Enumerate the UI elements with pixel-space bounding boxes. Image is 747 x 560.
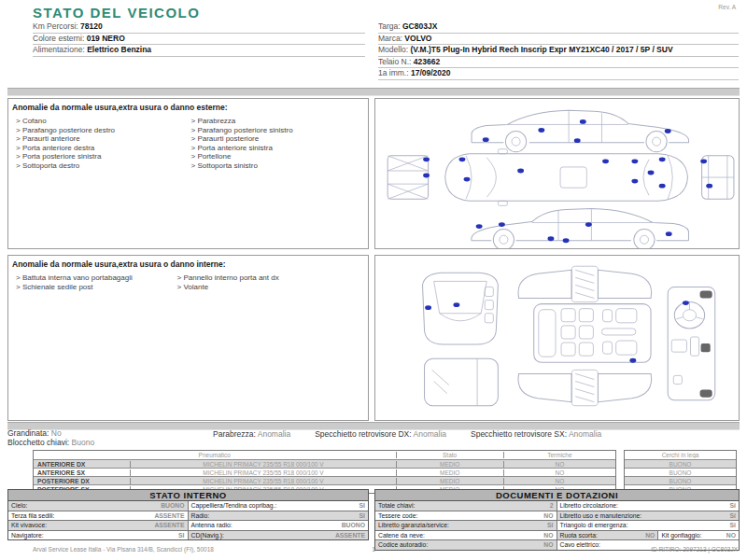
field-targa: Targa: GC803JX xyxy=(378,21,739,34)
anomaly-item: > Porta anteriore sinistra xyxy=(190,144,365,153)
anomaly-item: > Parafango posteriore destro xyxy=(14,126,190,135)
internal-anomalies-box: Anomalie da normale usura,extra usura o … xyxy=(7,255,369,421)
exterior-damage-diagram xyxy=(375,99,739,248)
exterior-damage-dots xyxy=(423,119,712,243)
damage-dot xyxy=(659,157,666,161)
col-termiche: Termiche xyxy=(504,452,615,458)
cerchi-row: BUONO xyxy=(625,468,736,476)
anomaly-item: > Volante xyxy=(176,283,365,292)
damage-dot xyxy=(563,238,570,243)
revision-label: Rev. A xyxy=(718,4,736,10)
internal-anomalies-title: Anomalie da normale usura,extra usura o … xyxy=(8,256,368,272)
damage-dot xyxy=(483,137,489,142)
summary-left: Grandinata: No Blocchetto chiavi: Buono xyxy=(7,429,94,447)
car-top-view xyxy=(445,149,688,206)
dashboard-view xyxy=(668,287,715,399)
table-row: Tessere code:NO Libretto uso e manutenzi… xyxy=(375,511,739,522)
cerchi-row: BUONO xyxy=(625,476,736,484)
field-telaio: Telaio N.: 423662 xyxy=(378,57,739,69)
tyre-row: POSTERIORE DX MICHELIN PRIMACY 235/55 R1… xyxy=(34,476,615,484)
anomaly-item: > Porta posteriore sinistra xyxy=(14,152,190,161)
tyre-table-header: Pneumatico Stato Termiche xyxy=(34,451,615,459)
external-anomalies-box: Anomalie da normale usura,extra usura o … xyxy=(7,98,369,249)
field-km: Km Percorsi: 78120 xyxy=(33,21,365,34)
interior-damage-dots xyxy=(425,301,689,362)
tyre-table: Pneumatico Stato Termiche ANTERIORE DX M… xyxy=(33,450,616,494)
interior-damage-diagram xyxy=(375,256,739,420)
external-anomalies-list: > Cofano> Parafango posteriore destro> P… xyxy=(8,115,368,170)
header-info-left: Km Percorsi: 78120 Colore esterni: 019 N… xyxy=(33,21,365,57)
damage-dot xyxy=(666,231,672,236)
damage-dot xyxy=(423,174,430,178)
tyre-row: ANTERIORE DX MICHELIN PRIMACY 235/55 R18… xyxy=(34,459,615,468)
damage-dot xyxy=(574,138,581,143)
car-side-view-bottom xyxy=(472,208,689,248)
anomaly-item: > Portellone xyxy=(190,152,365,161)
anomaly-item: > Paraurti anteriore xyxy=(14,134,190,144)
field-marca: Marca: VOLVO xyxy=(378,34,739,46)
table-row: Catene da neve:NO Ruota scorta:NO Kit go… xyxy=(375,531,739,541)
damage-dot xyxy=(629,358,636,363)
damage-dot xyxy=(453,302,459,307)
cabin-view xyxy=(518,266,652,406)
trunk-view xyxy=(423,273,499,344)
footer-company: Arval Service Lease Italia - Via Pisana … xyxy=(33,546,214,553)
field-specchietto-dx: Specchietto retrovisore DX: Anomalia xyxy=(315,429,446,439)
anomaly-column-left: > Battuta interna vano portabagagli> Sch… xyxy=(14,273,176,291)
footer-id-ritiro: ID RITIRO: 2097213 | GC803JX xyxy=(651,546,738,553)
col-pneumatico: Pneumatico xyxy=(34,452,397,458)
damage-dot xyxy=(631,179,638,184)
summary-right: Parabrezza: Anomalia Specchietto retrovi… xyxy=(213,429,601,439)
table-row: Totale chiavi:2 Libretto circolazione:Si xyxy=(375,501,739,511)
documenti-title: DOCUMENTI E DOTAZIONI xyxy=(375,490,739,501)
car-side-view-top xyxy=(472,110,689,151)
damage-dot xyxy=(631,159,638,163)
damage-dot xyxy=(547,236,554,241)
col-stato: Stato xyxy=(397,452,504,458)
interior-damage-diagram-box xyxy=(374,255,740,421)
damage-dot xyxy=(580,119,586,124)
anomaly-item: > Paraurti posteriore xyxy=(190,134,365,144)
anomaly-item: > Pannello interno porta ant dx xyxy=(176,273,365,283)
tyre-row: ANTERIORE SX MICHELIN PRIMACY 235/55 R18… xyxy=(34,468,615,476)
table-row: Cielo:BUONO Cappelliera/Tendina copribag… xyxy=(8,501,368,511)
damage-dot xyxy=(700,159,707,163)
front-bumper-view xyxy=(388,156,428,199)
parcel-shelf-view xyxy=(425,358,499,406)
stato-interno-title: STATO INTERNO xyxy=(8,490,368,501)
field-prima-imm: 1a imm.: 17/09/2020 xyxy=(378,68,739,80)
anomaly-column-right: > Pannello interno porta ant dx> Volante xyxy=(176,273,365,291)
anomaly-column-right: > Parabrezza> Parafango posteriore sinis… xyxy=(190,117,365,170)
damage-dot xyxy=(706,184,712,189)
damage-dot xyxy=(476,224,483,229)
anomaly-column-left: > Cofano> Parafango posteriore destro> P… xyxy=(14,117,190,170)
anomaly-item: > Schienale sedile post xyxy=(14,283,176,292)
damage-dot xyxy=(464,177,471,182)
internal-anomalies-list: > Battuta interna vano portabagagli> Sch… xyxy=(8,272,368,291)
anomaly-item: > Cofano xyxy=(14,117,190,126)
header-info-right: Targa: GC803JX Marca: VOLVO Modello: (V.… xyxy=(378,21,739,80)
table-row: Terza fila sedili:ASSENTE Radio:SI xyxy=(8,511,368,522)
anomaly-item: > Parabrezza xyxy=(190,117,365,126)
vehicle-status-report: STATO DEL VEICOLO Rev. A Km Percorsi: 78… xyxy=(0,0,747,560)
alloy-wheels-table: Cerchi in lega BUONO BUONO BUONO BUONO xyxy=(624,450,737,494)
exterior-damage-diagram-box xyxy=(374,98,740,249)
field-alimentazione: Alimentazione: Elettrico Benzina xyxy=(33,45,365,57)
cerchi-row: BUONO xyxy=(625,459,736,468)
anomaly-item: > Battuta interna vano portabagagli xyxy=(14,273,176,283)
documenti-dotazioni-table: DOCUMENTI E DOTAZIONI Totale chiavi:2 Li… xyxy=(374,489,740,551)
table-row: Navigatore:SI CD(Navig.):ASSENTE xyxy=(8,531,368,540)
field-colore: Colore esterni: 019 NERO xyxy=(33,34,365,46)
damage-dot xyxy=(425,305,431,310)
damage-dot xyxy=(683,301,689,305)
damage-dot xyxy=(648,171,655,175)
col-cerchi: Cerchi in lega xyxy=(625,451,736,459)
external-anomalies-title: Anomalie da normale usura,extra usura o … xyxy=(8,99,368,115)
damage-dot xyxy=(517,169,524,174)
anomaly-item: > Porta anteriore destra xyxy=(14,144,190,153)
damage-dot xyxy=(665,129,671,133)
anomaly-item: > Sottoporta sinistro xyxy=(190,161,365,171)
damage-dot xyxy=(459,157,466,161)
anomaly-item: > Parafango posteriore sinistro xyxy=(190,126,365,135)
damage-dot xyxy=(499,222,505,227)
